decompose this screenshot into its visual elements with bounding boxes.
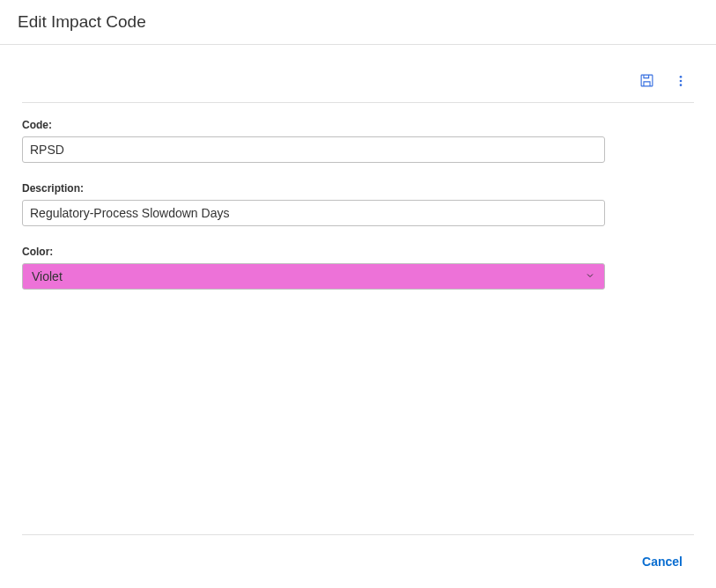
page-title: Edit Impact Code	[18, 12, 698, 32]
description-input[interactable]	[22, 200, 605, 226]
code-label: Code:	[22, 119, 694, 131]
form-group-description: Description:	[22, 182, 694, 226]
color-select-value: Violet	[32, 269, 63, 283]
color-label: Color:	[22, 246, 694, 258]
description-label: Description:	[22, 182, 694, 195]
code-input[interactable]	[22, 136, 605, 163]
form-group-color: Color: Violet	[22, 246, 694, 290]
color-select[interactable]: Violet	[22, 263, 605, 290]
svg-point-1	[680, 76, 683, 78]
footer: Cancel	[0, 534, 716, 588]
more-vertical-icon	[674, 74, 688, 88]
form: Code: Description: Color: Violet	[0, 103, 716, 325]
svg-point-3	[680, 84, 683, 86]
svg-rect-0	[641, 75, 653, 86]
toolbar	[0, 45, 716, 102]
save-icon	[639, 73, 654, 88]
divider	[22, 534, 694, 535]
cancel-button[interactable]: Cancel	[635, 551, 690, 572]
save-button[interactable]	[638, 71, 656, 90]
overflow-menu-button[interactable]	[672, 72, 690, 90]
footer-actions: Cancel	[26, 551, 690, 572]
svg-point-2	[680, 79, 683, 82]
form-group-code: Code:	[22, 119, 694, 163]
chevron-down-icon	[585, 269, 595, 283]
dialog-header: Edit Impact Code	[0, 0, 716, 45]
